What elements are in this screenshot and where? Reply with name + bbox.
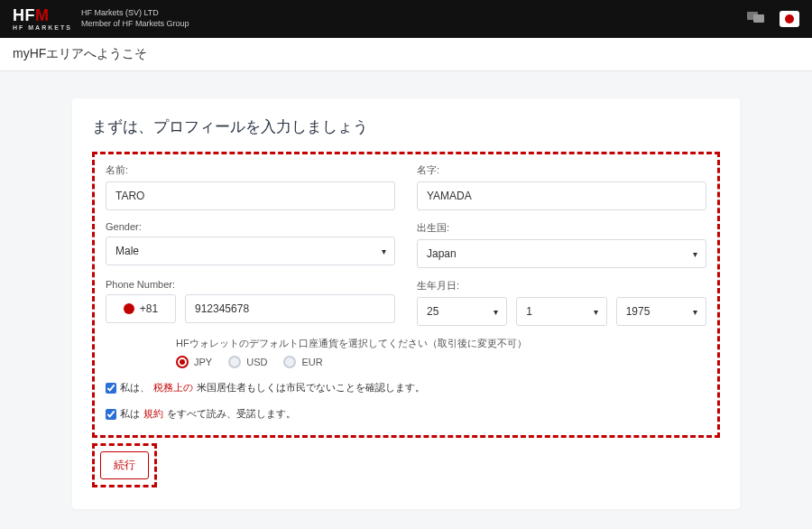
welcome-title: myHFエリアへようこそ <box>0 38 812 71</box>
last-name-label: 名字: <box>417 163 706 177</box>
dob-label: 生年月日: <box>417 279 706 292</box>
dob-month-select[interactable]: 1 <box>516 297 606 326</box>
consent1-red[interactable]: 税務上の <box>153 381 193 394</box>
profile-card: まずは、プロフィールを入力しましょう 名前: 名字: Gender: M <box>72 98 740 509</box>
jp-flag-icon <box>785 14 794 23</box>
dob-day-select[interactable]: 25 <box>417 297 507 326</box>
logo: HFM HF MARKETS <box>13 7 72 31</box>
wallet-radio-label: EUR <box>301 357 322 367</box>
top-right <box>747 10 799 28</box>
card-title: まずは、プロフィールを入力しましょう <box>92 116 720 137</box>
wallet-radio-usd[interactable]: USD <box>228 356 267 368</box>
language-flag-jp[interactable] <box>780 11 799 27</box>
consent-terms: 私は 規約をすべて読み、受諾します。 <box>106 407 706 421</box>
chat-icon[interactable] <box>747 10 765 28</box>
brand-text: HF Markets (SV) LTD Member of HF Markets… <box>81 8 189 29</box>
gender-select[interactable]: Male <box>106 237 395 265</box>
dob-year-select[interactable]: 1975 <box>616 297 706 326</box>
wallet-radio-eur[interactable]: EUR <box>283 356 322 368</box>
consent2-post: をすべて読み、受諾します。 <box>167 407 296 421</box>
form-highlight-area: 名前: 名字: Gender: Male <box>92 152 720 438</box>
brand-line2: Member of HF Markets Group <box>81 19 189 30</box>
first-name-input[interactable] <box>106 181 395 210</box>
dial-code-text: +81 <box>140 302 158 315</box>
consent-us-tax: 私は、税務上の米国居住者もしくは市民でないことを確認します。 <box>106 381 706 394</box>
consent2-pre: 私は <box>120 407 140 421</box>
jp-flag-icon <box>124 303 134 314</box>
top-bar: HFM HF MARKETS HF Markets (SV) LTD Membe… <box>0 0 812 38</box>
wallet-currency-radios: JPY USD EUR <box>176 356 706 368</box>
logo-text: HF <box>13 7 35 23</box>
consent2-red[interactable]: 規約 <box>143 407 163 421</box>
logo-m: M <box>35 7 50 23</box>
country-select[interactable]: Japan <box>417 239 706 268</box>
first-name-label: 名前: <box>106 163 395 177</box>
brand-line1: HF Markets (SV) LTD <box>81 8 189 19</box>
phone-input[interactable] <box>185 294 395 323</box>
country-label: 出生国: <box>417 221 706 235</box>
phone-label: Phone Number: <box>106 279 395 290</box>
wallet-radio-label: USD <box>246 357 267 367</box>
brand: HFM HF MARKETS HF Markets (SV) LTD Membe… <box>13 7 189 31</box>
gender-label: Gender: <box>106 221 395 232</box>
dial-code-box[interactable]: +81 <box>106 294 176 323</box>
wallet-radio-jpy[interactable]: JPY <box>176 356 212 368</box>
wallet-currency-label: HFウォレットのデフォルト口座通貨を選択してください（取引後に変更不可） <box>176 337 706 350</box>
consent1-pre: 私は、 <box>120 381 150 394</box>
consent1-post: 米国居住者もしくは市民でないことを確認します。 <box>197 381 425 394</box>
continue-button[interactable]: 続行 <box>100 451 149 479</box>
last-name-input[interactable] <box>417 181 706 210</box>
svg-rect-1 <box>753 14 764 23</box>
logo-subtitle: HF MARKETS <box>13 24 72 31</box>
consent-terms-checkbox[interactable] <box>106 409 116 420</box>
continue-highlight: 続行 <box>92 443 157 487</box>
wallet-radio-label: JPY <box>194 357 212 367</box>
consent-us-tax-checkbox[interactable] <box>106 383 116 394</box>
